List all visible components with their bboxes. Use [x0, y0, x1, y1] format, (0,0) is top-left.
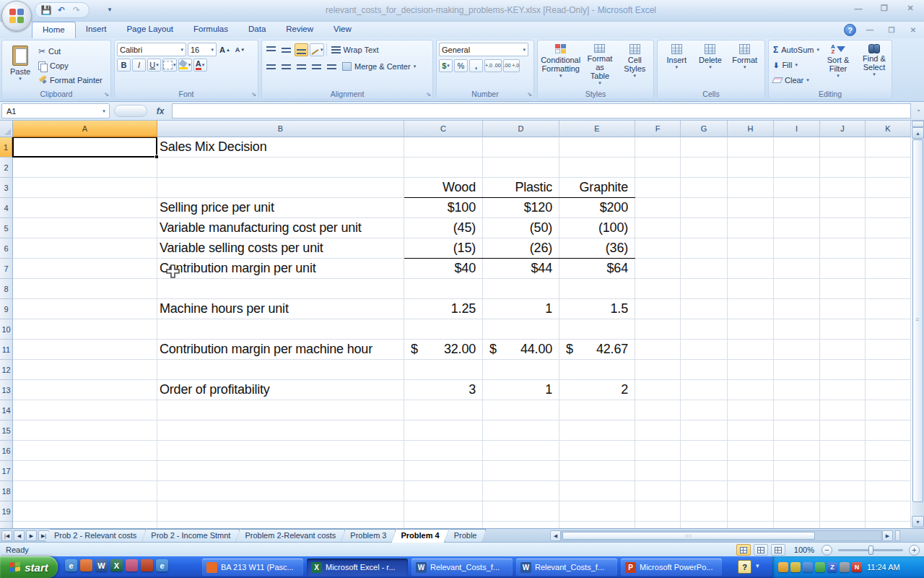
- cell-E5[interactable]: (100): [559, 218, 635, 238]
- workbook-restore-button[interactable]: ❐: [884, 25, 899, 35]
- cell-C5[interactable]: (45): [404, 218, 483, 238]
- formula-bar-expand-icon[interactable]: ⌄: [916, 106, 921, 113]
- internet-explorer-icon[interactable]: e: [65, 559, 77, 571]
- formula-input[interactable]: [172, 103, 911, 118]
- cell-D5[interactable]: (50): [483, 218, 559, 238]
- paste-button[interactable]: Paste ▾: [4, 43, 36, 87]
- horizontal-scrollbar[interactable]: ◀ ▶: [550, 530, 900, 541]
- italic-button[interactable]: I: [132, 59, 146, 72]
- cell-E3[interactable]: Graphite: [559, 178, 635, 198]
- row-header-16[interactable]: 16: [0, 441, 13, 461]
- format-painter-button[interactable]: Format Painter: [36, 73, 105, 87]
- accounting-format-button[interactable]: $▾: [439, 59, 453, 72]
- row-header-4[interactable]: 4: [0, 198, 13, 218]
- vertical-split-handle[interactable]: [912, 121, 924, 127]
- column-header-F[interactable]: F: [635, 121, 681, 137]
- sheet-tab-problem-2-relevant-costs[interactable]: Problem 2-Relevant costs: [235, 529, 345, 543]
- copy-button[interactable]: Copy: [36, 59, 105, 73]
- cell-D11[interactable]: $44.00: [483, 340, 559, 360]
- undo-icon[interactable]: ↶: [55, 4, 68, 17]
- excel-icon[interactable]: X: [110, 559, 123, 571]
- page-layout-view-button[interactable]: [754, 544, 768, 556]
- word-icon[interactable]: W: [95, 559, 108, 571]
- row-header-2[interactable]: 2: [0, 158, 13, 178]
- tray-chevron-icon[interactable]: ▾: [756, 562, 759, 569]
- cell-E13[interactable]: 2: [559, 380, 635, 400]
- cell-D6[interactable]: (26): [483, 238, 559, 259]
- clipboard-dialog-launcher-icon[interactable]: ⇘: [104, 91, 109, 98]
- row-header-5[interactable]: 5: [0, 218, 13, 238]
- sheet-tab-prob-2-relevant-costs[interactable]: Prob 2 - Relevant costs: [45, 529, 146, 543]
- font-dialog-launcher-icon[interactable]: ⇘: [251, 91, 256, 98]
- column-header-B[interactable]: B: [157, 121, 404, 137]
- cell-C13[interactable]: 3: [404, 380, 483, 400]
- column-header-A[interactable]: A: [13, 121, 157, 137]
- cell-D9[interactable]: 1: [483, 299, 559, 319]
- row-header-19[interactable]: 19: [0, 501, 13, 522]
- autosum-button[interactable]: Σ AutoSum▾: [771, 43, 821, 57]
- sheet-tab-problem-4[interactable]: Problem 4: [391, 529, 448, 543]
- cell-C6[interactable]: (15): [404, 238, 483, 259]
- font-size-combo[interactable]: 16▾: [188, 43, 217, 56]
- sort-filter-button[interactable]: AZ Sort & Filter ▾: [821, 43, 855, 87]
- ribbon-tab-data[interactable]: Data: [238, 22, 276, 38]
- grid[interactable]: 12345678910111213141516171819Sales Mix D…: [0, 137, 911, 528]
- cell-D7[interactable]: $44: [483, 259, 559, 279]
- find-select-button[interactable]: Find & Select ▾: [858, 43, 891, 87]
- fill-handle[interactable]: [154, 155, 158, 158]
- cell-E6[interactable]: (36): [559, 238, 635, 259]
- prev-sheet-icon[interactable]: ◀: [14, 530, 25, 541]
- redo-icon[interactable]: ↷: [70, 4, 83, 17]
- column-header-C[interactable]: C: [404, 121, 483, 137]
- zoom-out-icon[interactable]: −: [821, 545, 832, 556]
- cell-B4[interactable]: Selling price per unit: [157, 198, 404, 218]
- cell-styles-button[interactable]: Cell Styles ▾: [619, 43, 650, 87]
- first-sheet-icon[interactable]: |◀: [1, 530, 12, 541]
- increase-indent-button[interactable]: [325, 60, 339, 73]
- tray-volume-icon[interactable]: [840, 562, 850, 572]
- scroll-right-icon[interactable]: ▶: [882, 530, 893, 541]
- column-header-D[interactable]: D: [483, 121, 559, 137]
- number-dialog-launcher-icon[interactable]: ⇘: [527, 91, 532, 98]
- clear-button[interactable]: Clear▾: [771, 73, 821, 87]
- sheet-tab-proble[interactable]: Proble: [445, 529, 487, 543]
- cell-B5[interactable]: Variable manufacturing cost per unit: [157, 218, 404, 238]
- office-app-icon[interactable]: [141, 559, 153, 571]
- ribbon-tab-formulas[interactable]: Formulas: [183, 22, 238, 38]
- name-box[interactable]: A1 ▾: [1, 103, 110, 118]
- column-header-G[interactable]: G: [681, 121, 728, 137]
- tray-messenger-icon[interactable]: [778, 562, 788, 572]
- key-app-icon[interactable]: [126, 559, 138, 571]
- number-format-combo[interactable]: General▾: [439, 43, 528, 56]
- row-header-13[interactable]: 13: [0, 380, 13, 400]
- vertical-scrollbar[interactable]: ▲ ▼: [912, 121, 924, 528]
- office-button[interactable]: [1, 1, 32, 31]
- zoom-slider-thumb[interactable]: [868, 545, 873, 555]
- fill-button[interactable]: ⬇ Fill▾: [771, 58, 821, 72]
- cell-B11[interactable]: Contribution margin per machine hour: [157, 340, 404, 360]
- percent-style-button[interactable]: %: [454, 59, 468, 72]
- column-header-K[interactable]: K: [866, 121, 911, 137]
- horizontal-scroll-track[interactable]: [561, 530, 882, 541]
- selected-cell-A1[interactable]: [12, 137, 157, 158]
- wrap-text-button[interactable]: Wrap Text: [329, 43, 381, 57]
- row-header-15[interactable]: 15: [0, 420, 13, 441]
- format-as-table-button[interactable]: Format as Table ▾: [582, 43, 618, 87]
- column-header-J[interactable]: J: [820, 121, 866, 137]
- font-color-button[interactable]: A▾: [193, 59, 207, 72]
- cell-D3[interactable]: Plastic: [483, 178, 559, 198]
- restore-button[interactable]: ❐: [875, 3, 894, 14]
- underline-button[interactable]: U▾: [147, 59, 161, 72]
- conditional-formatting-button[interactable]: Conditional Formatting ▾: [541, 43, 581, 87]
- row-header-12[interactable]: 12: [0, 360, 13, 380]
- row-header-14[interactable]: 14: [0, 400, 13, 420]
- cell-B7[interactable]: Contribution margin per unit: [157, 259, 404, 279]
- task-button-excel[interactable]: XMicrosoft Excel - r...: [307, 558, 408, 576]
- row-header-6[interactable]: 6: [0, 238, 13, 259]
- save-icon[interactable]: 💾: [40, 4, 53, 17]
- fill-color-button[interactable]: ▾: [178, 59, 192, 72]
- format-button[interactable]: Format ▾: [729, 43, 761, 87]
- row-header-9[interactable]: 9: [0, 299, 13, 319]
- next-sheet-icon[interactable]: ▶: [26, 530, 37, 541]
- cell-C9[interactable]: 1.25: [404, 299, 483, 319]
